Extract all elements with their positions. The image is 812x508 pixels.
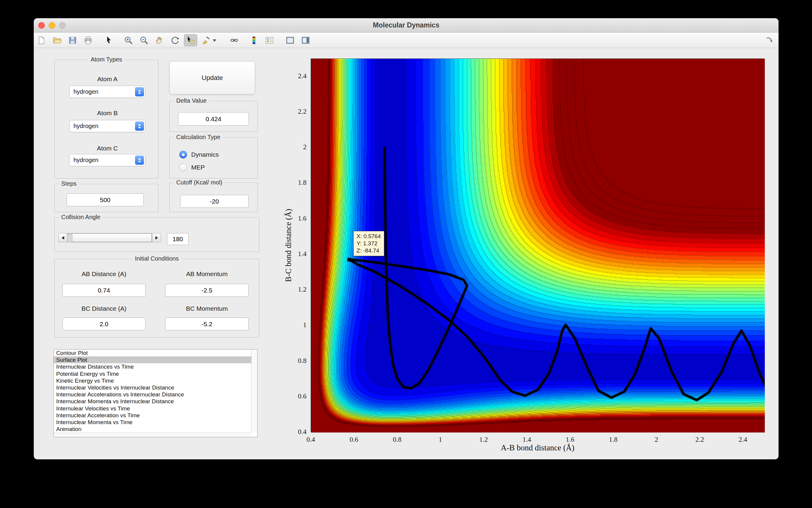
bc-momentum-label: BC Momentum (165, 305, 248, 312)
radio-mep-label: MEP (191, 164, 205, 171)
slider-right-arrow[interactable] (152, 233, 161, 242)
brush-icon[interactable] (200, 34, 213, 46)
datatip-z: Z: -84.74 (357, 247, 381, 254)
radio-dynamics[interactable]: Dynamics (179, 151, 219, 159)
y-tick-label: 0.4 (278, 428, 307, 436)
list-item[interactable]: Internuclear Accelerations vs Internucle… (54, 391, 251, 398)
dock-figure-icon[interactable] (763, 34, 776, 46)
plot-type-listbox: Contour Plot Surface Plot Internuclear D… (53, 349, 258, 437)
initial-conditions-title: Initial Conditions (133, 255, 181, 262)
cutoff-field[interactable]: -20 (180, 195, 248, 208)
collision-angle-slider[interactable] (58, 233, 161, 242)
atom-types-title: Atom Types (88, 56, 124, 63)
list-item[interactable]: Kinetic Energy vs Time (54, 377, 251, 384)
print-icon[interactable] (82, 34, 95, 46)
zoom-in-icon[interactable] (122, 34, 135, 46)
save-icon[interactable] (66, 34, 79, 46)
slider-left-arrow[interactable] (58, 233, 67, 242)
plot-area[interactable]: X: 0.5764 Y: 1.372 Z: -84.74 (311, 58, 765, 432)
steps-field[interactable]: 500 (67, 194, 144, 206)
collision-angle-field[interactable]: 180 (167, 233, 189, 245)
x-tick-label: 0.4 (299, 436, 323, 443)
x-tick-label: 0.8 (385, 436, 409, 443)
open-file-icon[interactable] (50, 34, 64, 46)
list-item[interactable]: Internuclear Velocities vs Internuclear … (54, 384, 251, 391)
datatip-x: X: 0.5764 (357, 233, 381, 240)
y-tick-label: 2.2 (278, 108, 307, 116)
link-plot-icon[interactable] (228, 34, 241, 46)
list-item[interactable]: Internulear Velocities vs Time (54, 405, 251, 412)
atom-a-value: hydrogen (74, 86, 98, 97)
x-tick-label: 2 (645, 436, 668, 443)
radio-circle-icon (179, 164, 187, 171)
data-cursor-icon[interactable] (184, 34, 197, 46)
atom-c-select[interactable]: hydrogen (69, 154, 146, 166)
radio-mep[interactable]: MEP (179, 164, 205, 171)
x-tick-label: 1.8 (602, 436, 625, 443)
figure-toolbar (34, 33, 778, 48)
initial-conditions-panel: Initial Conditions AB Distance (A) AB Mo… (54, 259, 259, 338)
atom-c-value: hydrogen (74, 154, 98, 166)
delta-value-panel: Delta Value 0.424 (169, 101, 258, 132)
list-item[interactable]: Surface Plot (54, 356, 251, 363)
y-tick-label: 1.8 (278, 179, 307, 186)
atom-c-label: Atom C (69, 145, 146, 152)
radio-dynamics-label: Dynamics (191, 151, 219, 158)
steps-title: Steps (59, 180, 79, 187)
cutoff-panel: Cutoff (Kcal/ mol) -20 (169, 183, 258, 212)
brush-dropdown-icon[interactable] (213, 39, 216, 42)
y-tick-label: 1.6 (278, 215, 307, 222)
slider-thumb[interactable] (72, 234, 152, 242)
ab-momentum-field[interactable]: -2.5 (165, 284, 248, 297)
update-button[interactable]: Update (169, 61, 255, 94)
ab-distance-field[interactable]: 0.74 (63, 284, 146, 297)
stepper-arrows-icon (135, 156, 144, 165)
x-tick-label: 2.2 (688, 436, 711, 443)
rotate-3d-icon[interactable] (168, 34, 182, 46)
atom-a-select[interactable]: hydrogen (69, 86, 146, 98)
x-tick-label: 2.4 (731, 436, 755, 443)
radio-circle-icon (179, 151, 187, 159)
y-tick-label: 0.6 (278, 392, 307, 400)
x-tick-label: 0.6 (342, 436, 366, 443)
list-item[interactable]: Internuclear Momenta vs Time (54, 419, 251, 426)
list-item[interactable]: Internuclear Momenta vs Internuclear Dis… (54, 398, 251, 405)
x-axis-label: A-B bond distance (Å) (311, 443, 765, 453)
atom-b-label: Atom B (69, 110, 146, 117)
listbox-vertical-scrollbar[interactable] (251, 349, 257, 433)
datatip-marker (347, 258, 351, 261)
x-tick-label: 1.4 (515, 436, 539, 443)
list-item[interactable]: Potential Energy vs Time (54, 370, 251, 377)
stepper-arrows-icon (135, 122, 144, 131)
x-tick-label: 1 (428, 436, 452, 443)
delta-value-field[interactable]: 0.424 (178, 112, 249, 126)
new-figure-icon[interactable] (35, 34, 48, 46)
atom-b-value: hydrogen (74, 120, 98, 132)
insert-legend-icon[interactable] (263, 34, 276, 46)
hide-plot-tools-icon[interactable] (283, 34, 297, 46)
listbox-horizontal-scrollbar[interactable] (54, 433, 251, 437)
steps-panel: Steps 500 (54, 184, 158, 212)
list-item[interactable]: Animation (54, 426, 251, 432)
list-item[interactable]: Internuclear Distances vs Time (54, 363, 251, 370)
list-item[interactable]: Internuclear Acceleration vs Time (54, 412, 251, 419)
insert-colorbar-icon[interactable] (247, 34, 261, 46)
plot-type-list: Contour Plot Surface Plot Internuclear D… (54, 349, 251, 433)
datatip-y: Y: 1.372 (357, 240, 381, 247)
atom-b-select[interactable]: hydrogen (69, 120, 146, 132)
app-window: Molecular Dynamics (34, 18, 778, 459)
zoom-out-icon[interactable] (138, 34, 151, 46)
ab-momentum-label: AB Momentum (165, 270, 248, 278)
list-item[interactable]: Contour Plot (54, 349, 251, 356)
edit-plot-icon[interactable] (102, 34, 115, 46)
ab-distance-label: AB Distance (A) (63, 270, 146, 278)
calculation-type-title: Calculation Type (174, 134, 223, 140)
datatip[interactable]: X: 0.5764 Y: 1.372 Z: -84.74 (353, 231, 384, 256)
delta-value-title: Delta Value (174, 97, 209, 104)
bc-distance-field[interactable]: 2.0 (63, 318, 146, 330)
collision-angle-panel: Collision Angle 180 (54, 217, 259, 252)
bc-momentum-field[interactable]: -5.2 (165, 318, 248, 330)
x-tick-label: 1.6 (558, 436, 582, 443)
show-plot-tools-icon[interactable] (299, 34, 312, 46)
pan-icon[interactable] (153, 34, 166, 46)
